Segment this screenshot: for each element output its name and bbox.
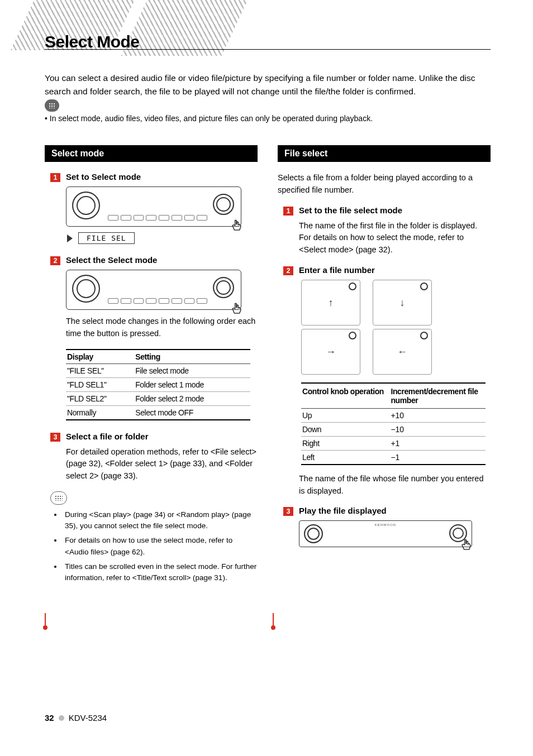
cell-operation: Right [301,436,389,450]
cell-increment: +1 [389,436,486,450]
section-end-marker [45,613,46,628]
cell-operation: Down [301,422,389,436]
play-arrow-icon [67,235,73,242]
device-illustration-small: KENWOOD [299,520,472,547]
hand-pointer-icon [229,218,244,234]
notes-list: During <Scan play> (page 34) or <Random … [53,509,258,584]
step-number-badge: 3 [50,433,60,442]
intro-paragraph: You can select a desired audio file or v… [45,71,491,98]
brand-label: KENWOOD [375,523,397,527]
fs-step-1: 1 Set to the file select mode [283,205,491,216]
cell-increment: −1 [389,450,486,465]
cell-operation: Up [301,408,389,422]
table-row: Down−10 [301,422,486,436]
page-footer: 32 KDV-5234 [45,713,107,722]
step-2-label: Select the Select mode [66,255,157,265]
settings-table: Display Setting "FILE SEL"File select mo… [66,349,250,420]
step-number-badge: 2 [50,256,60,265]
step-number-badge: 2 [283,266,293,275]
cell-display: "FILE SEL" [66,363,134,377]
fs-step-1-body: The name of the first file in the folder… [299,220,491,256]
dot-icon [59,715,64,721]
note-icon [45,99,59,112]
top-note: • In select mode, audio files, video fil… [45,113,491,125]
control-table: Control knob operation Increment/decreme… [301,382,486,465]
model-label: KDV-5234 [69,713,107,722]
step-number-badge: 3 [283,507,293,516]
hand-pointer-icon [229,302,244,317]
step-2-body: The select mode changes in the following… [66,315,258,340]
step-1: 1 Set to Select mode [50,172,258,182]
fs-step-2-after: The name of the file whose file number y… [299,473,491,497]
knob-illustrations: ↑ ↓ → ← [301,280,491,375]
title-rule [45,49,491,50]
list-item: During <Scan play> (page 34) or <Random … [63,509,258,532]
th-control-op: Control knob operation [301,383,389,409]
list-item: For details on how to use the select mod… [63,535,258,558]
fs-step-2-label: Enter a file number [299,265,375,275]
right-column: File select Selects a file from a folder… [278,145,491,587]
step-number-badge: 1 [50,173,60,182]
fs-step-3: 3 Play the file displayed [283,506,491,516]
step-number-badge: 1 [283,207,293,216]
th-display: Display [66,350,134,364]
left-column: Select mode 1 Set to Select mode FILE SE… [45,145,258,587]
step-1-label: Set to Select mode [66,172,141,181]
section-header-file-select: File select [278,145,491,162]
table-row: Right+1 [301,436,486,450]
cell-setting: Select mode OFF [134,405,250,420]
cell-increment: +10 [389,408,486,422]
list-item: Titles can be scrolled even in the selec… [63,561,258,584]
th-increment: Increment/decrement file number [389,383,486,409]
fs-step-3-label: Play the file displayed [299,506,387,515]
cell-display: "FLD SEL2" [66,391,134,405]
table-row: Up+10 [301,408,486,422]
step-2: 2 Select the Select mode [50,255,258,265]
section-header-select-mode: Select mode [45,145,258,162]
table-row: NormallySelect mode OFF [66,405,250,420]
knob-down-icon: ↓ [373,280,432,326]
step-3: 3 Select a file or folder [50,432,258,442]
cell-setting: File select mode [134,363,250,377]
page-title: Select Mode [45,32,140,51]
step-3-body: For detailed operation methods, refer to… [66,446,258,482]
cell-operation: Left [301,450,389,465]
display-readout: FILE SEL [67,232,258,244]
knob-up-icon: ↑ [301,280,360,326]
cell-setting: Folder select 1 mode [134,377,250,391]
cell-setting: Folder select 2 mode [134,391,250,405]
knob-right-icon: → [301,329,360,375]
cell-increment: −10 [389,422,486,436]
file-select-intro: Selects a file from a folder being playe… [278,172,491,197]
hand-pointer-icon [458,538,474,553]
decorative-hatch [121,0,248,56]
table-row: "FILE SEL"File select mode [66,363,250,377]
cell-display: Normally [66,405,134,420]
note-icon [50,491,67,505]
lcd-text: FILE SEL [78,232,135,244]
fs-step-2: 2 Enter a file number [283,265,491,275]
page-number: 32 [45,713,54,722]
table-row: Left−1 [301,450,486,465]
table-row: "FLD SEL1"Folder select 1 mode [66,377,250,391]
section-end-marker [273,613,274,628]
th-setting: Setting [134,350,250,364]
cell-display: "FLD SEL1" [66,377,134,391]
table-row: "FLD SEL2"Folder select 2 mode [66,391,250,405]
knob-left-icon: ← [373,329,432,375]
step-3-label: Select a file or folder [66,432,149,441]
device-illustration [66,186,241,227]
device-illustration [66,270,241,310]
fs-step-1-label: Set to the file select mode [299,205,402,215]
